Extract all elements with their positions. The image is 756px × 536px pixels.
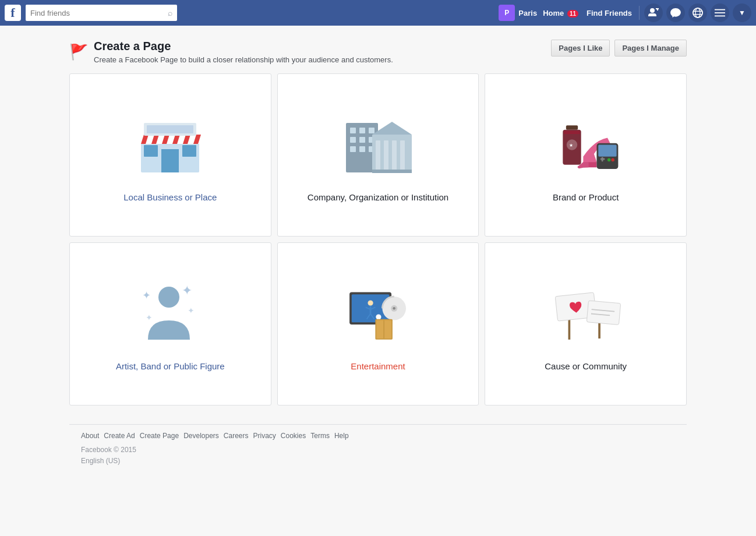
svg-rect-8 xyxy=(161,149,179,172)
artist-band-icon: ✦ ✦ ✦ ✦ xyxy=(135,277,205,347)
company-org-icon xyxy=(343,108,413,178)
home-badge: 11 xyxy=(567,10,578,17)
svg-rect-74 xyxy=(587,301,620,325)
content-wrapper: 🚩 Create a Page Create a Facebook Page t… xyxy=(58,26,698,467)
svg-rect-5 xyxy=(715,12,725,13)
category-artist-band[interactable]: ✦ ✦ ✦ ✦ Artist, Band or Public Figure xyxy=(69,242,271,405)
pages-i-manage-button[interactable]: Pages I Manage xyxy=(614,40,687,57)
svg-rect-36 xyxy=(392,140,397,172)
svg-text:✦: ✦ xyxy=(188,306,195,315)
cause-community-label: Cause or Community xyxy=(545,361,627,371)
svg-rect-25 xyxy=(369,128,375,133)
search-box[interactable]: ⌕ xyxy=(26,5,177,21)
svg-rect-21 xyxy=(147,125,193,133)
facebook-logo[interactable]: f xyxy=(5,5,21,21)
svg-text:✦: ✦ xyxy=(182,283,192,298)
nav-divider xyxy=(639,6,640,20)
footer: About Create Ad Create Page Developers C… xyxy=(69,424,687,467)
svg-rect-29 xyxy=(350,146,356,152)
svg-rect-49 xyxy=(601,157,603,161)
messages-icon xyxy=(670,8,681,17)
globe-icon xyxy=(693,8,703,18)
svg-rect-27 xyxy=(359,137,365,143)
svg-rect-26 xyxy=(350,137,356,143)
avatar[interactable]: P xyxy=(499,5,515,21)
svg-rect-39 xyxy=(566,125,578,129)
svg-text:★: ★ xyxy=(569,142,573,148)
entertainment-icon xyxy=(343,277,413,347)
cause-community-icon xyxy=(551,277,621,347)
svg-point-1 xyxy=(695,8,700,17)
dropdown-icon-btn[interactable]: ▼ xyxy=(733,3,751,22)
page-header-text: Create a Page Create a Facebook Page to … xyxy=(94,40,393,64)
footer-cookies[interactable]: Cookies xyxy=(281,432,306,440)
category-company-org[interactable]: Company, Organization or Institution xyxy=(277,73,479,237)
artist-band-label: Artist, Band or Public Figure xyxy=(116,361,225,371)
svg-rect-6 xyxy=(715,16,725,17)
footer-links: About Create Ad Create Page Developers C… xyxy=(81,432,675,440)
company-org-label: Company, Organization or Institution xyxy=(308,192,448,202)
footer-create-page[interactable]: Create Page xyxy=(140,432,179,440)
footer-copyright: Facebook © 2015 English (US) xyxy=(81,445,675,467)
svg-rect-41 xyxy=(564,131,580,134)
brand-product-icon: ★ xyxy=(551,108,621,178)
brand-product-label: Brand or Product xyxy=(553,192,619,202)
friends-icon xyxy=(648,8,659,17)
category-local-business[interactable]: Local Business or Place xyxy=(69,73,271,237)
svg-text:✦: ✦ xyxy=(142,290,151,301)
svg-marker-33 xyxy=(372,122,412,135)
username: Paris xyxy=(518,9,537,17)
svg-rect-34 xyxy=(376,140,380,172)
svg-rect-9 xyxy=(144,145,158,157)
page-header-buttons: Pages I Like Pages I Manage xyxy=(551,40,687,57)
svg-rect-23 xyxy=(350,128,356,133)
categories-grid: Local Business or Place xyxy=(69,73,687,405)
friends-icon-btn[interactable] xyxy=(644,3,663,22)
svg-point-54 xyxy=(158,287,179,308)
category-cause-community[interactable]: Cause or Community xyxy=(485,242,687,405)
globe-icon-btn[interactable] xyxy=(688,3,707,22)
svg-rect-24 xyxy=(359,128,365,133)
footer-about[interactable]: About xyxy=(81,432,99,440)
pages-i-like-button[interactable]: Pages I Like xyxy=(551,40,610,57)
footer-careers[interactable]: Careers xyxy=(224,432,249,440)
svg-point-63 xyxy=(376,314,381,319)
footer-create-ad[interactable]: Create Ad xyxy=(104,432,135,440)
page-title: Create a Page xyxy=(94,40,393,53)
svg-rect-45 xyxy=(598,144,616,156)
main-content: 🚩 Create a Page Create a Facebook Page t… xyxy=(0,26,756,536)
svg-point-66 xyxy=(393,307,395,310)
svg-point-0 xyxy=(693,8,702,17)
footer-developers[interactable]: Developers xyxy=(183,432,219,440)
svg-rect-30 xyxy=(359,146,365,152)
dropdown-arrow-icon: ▼ xyxy=(739,9,746,17)
search-icon: ⌕ xyxy=(168,8,172,17)
svg-rect-38 xyxy=(372,170,412,173)
footer-help[interactable]: Help xyxy=(334,432,349,440)
navbar: f ⌕ P Paris Home 11 Find Friends xyxy=(0,0,756,26)
nav-right: P Paris Home 11 Find Friends xyxy=(499,3,751,22)
svg-rect-35 xyxy=(384,140,388,172)
svg-point-46 xyxy=(611,158,614,161)
category-entertainment[interactable]: Entertainment xyxy=(277,242,479,405)
svg-rect-4 xyxy=(715,9,725,10)
page-flag-icon: 🚩 xyxy=(69,43,88,61)
footer-terms[interactable]: Terms xyxy=(310,432,330,440)
svg-point-57 xyxy=(368,300,373,305)
footer-privacy[interactable]: Privacy xyxy=(253,432,276,440)
settings-icon-btn[interactable] xyxy=(711,3,729,22)
category-brand-product[interactable]: ★ Brand or Product xyxy=(485,73,687,237)
search-input[interactable] xyxy=(30,9,168,17)
svg-point-47 xyxy=(607,158,611,161)
svg-text:✦: ✦ xyxy=(146,313,153,322)
page-header: 🚩 Create a Page Create a Facebook Page t… xyxy=(69,40,687,64)
find-friends-link[interactable]: Find Friends xyxy=(587,9,632,17)
local-business-label: Local Business or Place xyxy=(123,192,217,202)
messages-icon-btn[interactable] xyxy=(666,3,685,22)
page-header-left: 🚩 Create a Page Create a Facebook Page t… xyxy=(69,40,393,64)
local-business-icon xyxy=(135,108,205,178)
svg-rect-10 xyxy=(182,145,196,157)
settings-icon xyxy=(715,8,725,18)
home-link[interactable]: Home 11 xyxy=(543,9,578,17)
entertainment-label: Entertainment xyxy=(351,361,405,371)
